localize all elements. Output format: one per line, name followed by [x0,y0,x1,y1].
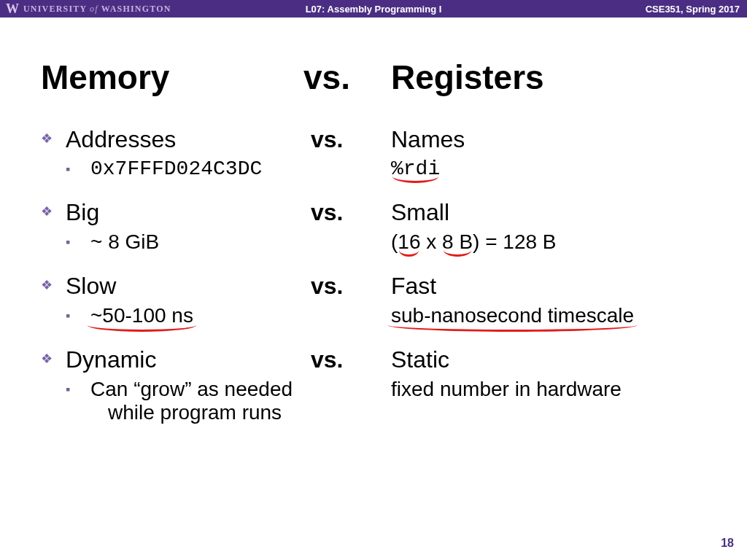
annotated-text: ~50-100 ns [90,304,193,327]
compare-row: ❖ Slow vs. Fast [41,273,706,300]
square-bullet-icon: ▪ [66,378,90,424]
title-mid: vs. [303,58,391,97]
row-right: Fast [391,273,706,300]
row-right: Small [391,199,706,226]
square-bullet-icon: ▪ [66,304,90,327]
compare-row: ❖ Big vs. Small [41,199,706,226]
row-right: Static [391,346,706,373]
sub-right: fixed number in hardware [391,378,706,424]
uw-logo: W UNIVERSITY of WASHINGTON [0,1,171,17]
diamond-bullet-icon: ❖ [41,273,66,300]
row-left: Dynamic [66,346,311,373]
row-mid: vs. [311,273,391,300]
lecture-title: L07: Assembly Programming I [306,4,442,15]
sub-left: ~50-100 ns [90,304,311,327]
university-label: UNIVERSITY of WASHINGTON [23,4,171,15]
annotated-text: %rdi [391,158,440,180]
title-left: Memory [41,58,303,97]
compare-sub-row: ▪ ~50-100 ns sub-nanosecond timescale [41,304,706,327]
square-bullet-icon: ▪ [66,230,90,254]
row-left: Slow [66,273,311,300]
sub-left: Can “grow” as needed while program runs [90,378,311,424]
course-label: CSE351, Spring 2017 [646,4,740,15]
row-mid: vs. [311,199,391,226]
compare-sub-row: ▪ 0x7FFFD024C3DC %rdi [41,158,706,180]
sub-right: sub-nanosecond timescale [391,304,706,327]
diamond-bullet-icon: ❖ [41,346,66,373]
sub-left: 0x7FFFD024C3DC [90,158,311,180]
slide-content: Memory vs. Registers ❖ Addresses vs. Nam… [0,18,747,424]
university-name: WASHINGTON [101,4,171,14]
university-main: UNIVERSITY [23,4,87,14]
sub-right: %rdi [391,158,706,180]
compare-sub-row: ▪ ~ 8 GiB (16 x 8 B) = 128 B [41,230,706,254]
square-bullet-icon: ▪ [66,158,90,180]
annotated-text: 16 [398,230,420,254]
page-number: 18 [721,537,734,550]
slide-title: Memory vs. Registers [41,58,706,97]
row-mid: vs. [311,346,391,373]
title-right: Registers [391,58,706,97]
sub-right: (16 x 8 B) = 128 B [391,230,706,254]
sub-left: ~ 8 GiB [90,230,311,254]
diamond-bullet-icon: ❖ [41,126,66,153]
row-mid: vs. [311,126,391,153]
compare-row: ❖ Addresses vs. Names [41,126,706,153]
row-right: Names [391,126,706,153]
header-bar: W UNIVERSITY of WASHINGTON L07: Assembly… [0,0,747,18]
uw-w-icon: W [6,1,19,17]
compare-row: ❖ Dynamic vs. Static [41,346,706,373]
compare-sub-row: ▪ Can “grow” as needed while program run… [41,378,706,424]
diamond-bullet-icon: ❖ [41,199,66,226]
row-left: Addresses [66,126,311,153]
university-of: of [90,4,98,14]
annotated-text: 8 B [442,230,473,254]
annotated-text: sub-nanosecond timescale [391,304,634,327]
row-left: Big [66,199,311,226]
